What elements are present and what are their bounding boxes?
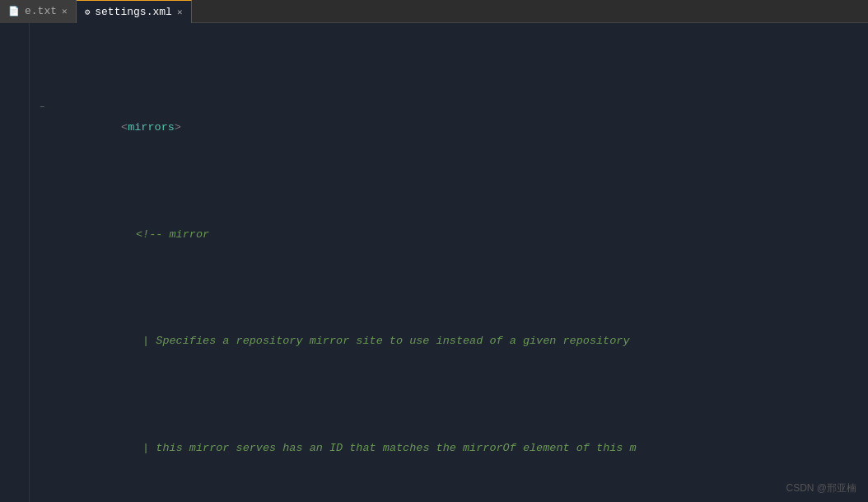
tab-settings-close[interactable]: ✕ xyxy=(177,7,183,17)
code-line-4: | this mirror serves has an ID that matc… xyxy=(54,421,637,475)
code-line-3: | Specifies a repository mirror site to … xyxy=(54,315,630,368)
tab-etxt-close[interactable]: ✕ xyxy=(62,6,68,16)
fold-mirrors[interactable]: − xyxy=(40,101,54,115)
code-editor[interactable]: − <mirrors> <!-- mirror | Specifies a re… xyxy=(30,23,868,502)
xml-icon: ⚙ xyxy=(85,7,91,17)
code-line-1: <mirrors> xyxy=(54,101,181,154)
tab-bar: 📄 e.txt ✕ ⚙ settings.xml ✕ xyxy=(0,0,868,23)
tab-etxt-label: e.txt xyxy=(25,5,57,17)
tab-settings-label: settings.xml xyxy=(95,6,172,18)
line-numbers xyxy=(0,23,30,502)
tab-settings[interactable]: ⚙ settings.xml ✕ xyxy=(77,0,192,23)
code-line-2: <!-- mirror xyxy=(54,208,209,261)
editor-window: 📄 e.txt ✕ ⚙ settings.xml ✕ xyxy=(0,0,868,502)
tab-etxt[interactable]: 📄 e.txt ✕ xyxy=(0,0,77,23)
code-area: − <mirrors> <!-- mirror | Specifies a re… xyxy=(0,23,868,502)
file-icon: 📄 xyxy=(8,6,20,16)
watermark: CSDN @邢亚楠 xyxy=(786,481,856,495)
